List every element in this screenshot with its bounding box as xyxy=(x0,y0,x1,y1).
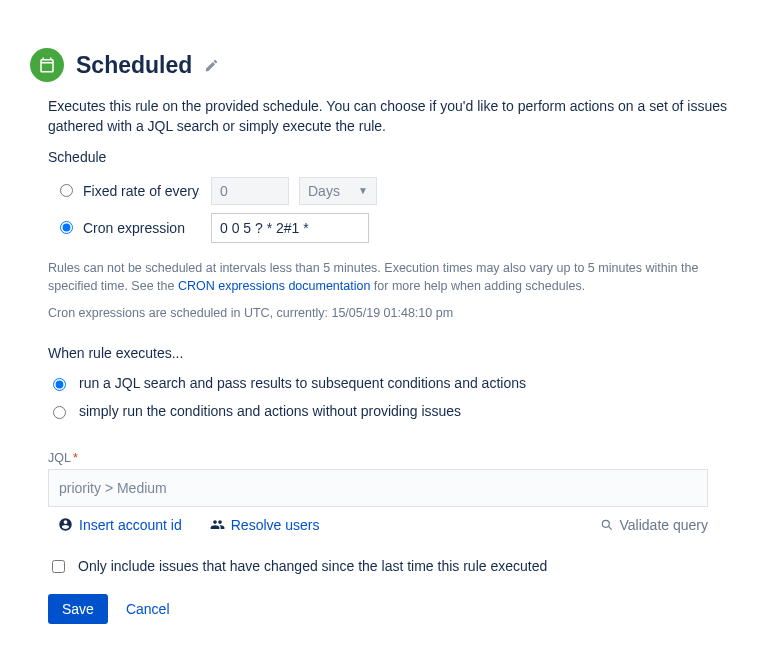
cron-expression-input[interactable] xyxy=(211,213,369,243)
utc-note: Cron expressions are scheduled in UTC, c… xyxy=(48,304,728,323)
button-row: Save Cancel xyxy=(48,594,728,624)
schedule-help: Rules can not be scheduled at intervals … xyxy=(48,259,728,297)
schedule-label: Schedule xyxy=(48,149,728,165)
user-circle-icon xyxy=(58,517,73,532)
chevron-down-icon: ▼ xyxy=(358,185,368,196)
header: Scheduled xyxy=(30,48,728,82)
users-icon xyxy=(210,517,225,532)
edit-icon[interactable] xyxy=(204,58,219,73)
simply-run-label: simply run the conditions and actions wi… xyxy=(79,403,461,419)
fixed-rate-label: Fixed rate of every xyxy=(83,183,201,199)
only-changed-label: Only include issues that have changed si… xyxy=(78,558,547,574)
fixed-rate-radio[interactable] xyxy=(60,184,73,197)
schedule-fixed-row: Fixed rate of every Days ▼ xyxy=(48,173,728,209)
run-jql-label: run a JQL search and pass results to sub… xyxy=(79,375,526,391)
fixed-rate-unit-label: Days xyxy=(308,183,340,199)
only-changed-row: Only include issues that have changed si… xyxy=(48,557,728,576)
fixed-rate-value-input[interactable] xyxy=(211,177,289,205)
cancel-button[interactable]: Cancel xyxy=(126,601,170,617)
resolve-users-button[interactable]: Resolve users xyxy=(210,517,320,533)
fixed-rate-unit-select[interactable]: Days ▼ xyxy=(299,177,377,205)
svg-line-1 xyxy=(608,526,611,529)
schedule-cron-row: Cron expression xyxy=(48,209,728,247)
description: Executes this rule on the provided sched… xyxy=(48,96,728,137)
validate-query-label: Validate query xyxy=(620,517,708,533)
insert-account-id-label: Insert account id xyxy=(79,517,182,533)
save-button[interactable]: Save xyxy=(48,594,108,624)
help-post: for more help when adding schedules. xyxy=(370,279,585,293)
jql-label: JQL* xyxy=(48,451,728,465)
jql-actions: Insert account id Resolve users Validate… xyxy=(48,517,708,533)
validate-query-button[interactable]: Validate query xyxy=(600,517,708,533)
cron-doc-link[interactable]: CRON expressions documentation xyxy=(178,279,370,293)
jql-label-text: JQL xyxy=(48,451,71,465)
jql-input[interactable] xyxy=(48,469,708,507)
required-asterisk: * xyxy=(73,451,78,465)
resolve-users-label: Resolve users xyxy=(231,517,320,533)
execute-label: When rule executes... xyxy=(48,345,728,361)
simply-run-radio[interactable] xyxy=(53,406,66,419)
cron-expression-radio[interactable] xyxy=(60,221,73,234)
execute-opt2-row: simply run the conditions and actions wi… xyxy=(48,397,728,425)
search-icon xyxy=(600,518,614,532)
only-changed-checkbox[interactable] xyxy=(52,560,65,573)
calendar-icon xyxy=(30,48,64,82)
cron-expression-label: Cron expression xyxy=(83,220,201,236)
svg-point-0 xyxy=(602,520,609,527)
execute-opt1-row: run a JQL search and pass results to sub… xyxy=(48,369,728,397)
insert-account-id-button[interactable]: Insert account id xyxy=(58,517,182,533)
page-title: Scheduled xyxy=(76,52,192,79)
run-jql-radio[interactable] xyxy=(53,378,66,391)
